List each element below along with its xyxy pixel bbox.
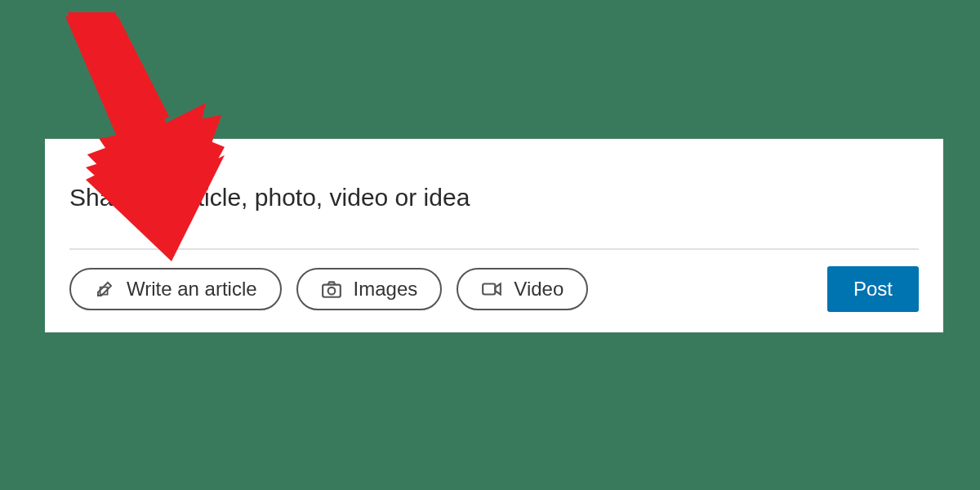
svg-point-1 (327, 287, 335, 295)
video-button[interactable]: Video (457, 268, 588, 310)
svg-marker-6 (68, 12, 175, 158)
composer-action-row: Write an article Images Video P (69, 266, 919, 312)
write-article-button[interactable]: Write an article (69, 268, 282, 310)
camera-icon (321, 278, 342, 300)
share-composer-card: Share an article, photo, video or idea W… (45, 139, 943, 332)
images-button[interactable]: Images (296, 268, 443, 310)
share-prompt[interactable]: Share an article, photo, video or idea (69, 184, 919, 212)
svg-rect-2 (483, 284, 495, 295)
write-article-label: Write an article (127, 278, 257, 301)
edit-icon (94, 278, 115, 300)
video-icon (481, 278, 502, 300)
video-label: Video (514, 278, 564, 301)
post-button[interactable]: Post (827, 266, 919, 312)
images-label: Images (354, 278, 418, 301)
svg-rect-4 (71, 16, 169, 135)
divider (69, 248, 919, 250)
